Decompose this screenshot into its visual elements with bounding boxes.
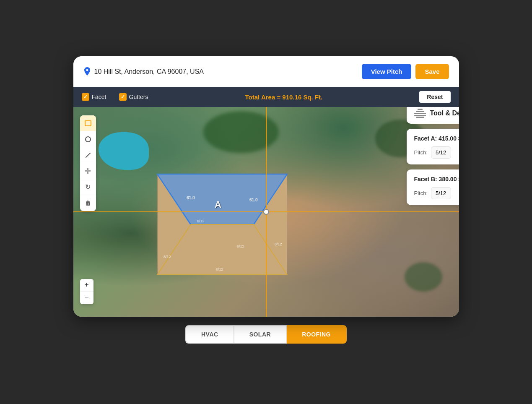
crosshair-dot xyxy=(263,209,269,215)
tool-design-card[interactable]: Tool & Design xyxy=(407,107,459,124)
tool-rectangle[interactable] xyxy=(80,115,96,131)
facet-b-pitch-label: Pitch: xyxy=(414,190,428,196)
address-row: 10 Hill St, Anderson, CA 96007, USA xyxy=(83,67,204,76)
tool-rotate[interactable]: ↻ xyxy=(80,179,96,195)
total-area-value: 910.16 Sq. Ft. xyxy=(282,94,322,101)
tool-move[interactable]: ✛ xyxy=(80,163,96,179)
tab-hvac[interactable]: HVAC xyxy=(185,325,234,344)
vegetation-3 xyxy=(405,262,442,292)
gutters-check[interactable]: ✓ Gutters xyxy=(119,93,148,101)
facet-b-pitch-select[interactable]: 4/12 5/12 6/12 7/12 8/12 xyxy=(431,187,451,199)
right-panel: Tool & Design Facet A: 415.00 Sq. Ft.z 🗑… xyxy=(407,107,459,205)
facet-a-pitch-row: Pitch: 4/12 5/12 6/12 7/12 8/12 xyxy=(414,146,459,159)
tab-roofing[interactable]: ROOFING xyxy=(287,325,347,344)
total-area: Total Area = 910.16 Sq. Ft. xyxy=(161,94,407,101)
location-icon xyxy=(83,67,91,76)
left-tools-panel: ✛ ↻ 🗑 xyxy=(80,115,96,211)
line-icon xyxy=(85,152,91,158)
svg-rect-14 xyxy=(416,117,424,118)
facet-checkbox[interactable]: ✓ xyxy=(82,93,89,101)
gutters-checkbox[interactable]: ✓ xyxy=(119,93,127,101)
zoom-in-button[interactable]: + xyxy=(80,279,93,292)
facet-a-pitch-wrapper: 4/12 5/12 6/12 7/12 8/12 xyxy=(431,146,459,159)
reset-button[interactable]: Reset xyxy=(419,91,450,103)
tool-circle[interactable] xyxy=(80,131,96,147)
address-text: 10 Hill St, Anderson, CA 96007, USA xyxy=(94,68,204,76)
trash-icon: 🗑 xyxy=(85,200,91,206)
circle-icon xyxy=(85,136,91,142)
map-area[interactable]: A 61.0 61.0 6/12 6/12 8/12 8/12 6/12 xyxy=(73,107,459,317)
header: 10 Hill St, Anderson, CA 96007, USA View… xyxy=(73,56,459,87)
facet-a-card: Facet A: 415.00 Sq. Ft.z 🗑 Pitch: 4/12 5… xyxy=(407,129,459,164)
facet-a-pitch-label: Pitch: xyxy=(414,149,428,156)
tool-design-icon xyxy=(414,109,426,118)
facet-b-header: Facet B: 380.00 Sq. Ft.z 🗑 xyxy=(414,175,459,183)
facet-b-title: Facet B: 380.00 Sq. Ft.z xyxy=(414,176,459,182)
facet-a-pitch-select[interactable]: 4/12 5/12 6/12 7/12 8/12 xyxy=(431,146,451,159)
svg-rect-12 xyxy=(418,109,423,110)
move-icon: ✛ xyxy=(85,167,91,176)
facet-b-pitch-row: Pitch: 4/12 5/12 6/12 7/12 8/12 xyxy=(414,187,459,199)
vegetation-1 xyxy=(203,111,279,153)
facet-b-pitch-wrapper: 4/12 5/12 6/12 7/12 8/12 xyxy=(431,187,459,199)
zoom-tools: + − xyxy=(80,279,93,304)
tool-delete[interactable]: 🗑 xyxy=(80,195,96,211)
tool-line[interactable] xyxy=(80,147,96,163)
facet-check[interactable]: ✓ Facet xyxy=(82,93,106,101)
toolbar-bar: ✓ Facet ✓ Gutters Total Area = 910.16 Sq… xyxy=(73,87,459,107)
bottom-tabs: HVAC SOLAR ROOFING xyxy=(73,317,459,348)
rectangle-icon xyxy=(85,120,91,126)
tab-solar[interactable]: SOLAR xyxy=(234,325,287,344)
facet-a-header: Facet A: 415.00 Sq. Ft.z 🗑 xyxy=(414,135,459,142)
facet-label: Facet xyxy=(92,94,106,100)
tool-design-label: Tool & Design xyxy=(430,109,459,117)
facet-a-title: Facet A: 415.00 Sq. Ft.z xyxy=(414,135,459,142)
svg-rect-13 xyxy=(414,115,426,116)
view-pitch-button[interactable]: View Pitch xyxy=(362,64,412,79)
facet-b-card: Facet B: 380.00 Sq. Ft.z 🗑 Pitch: 4/12 5… xyxy=(407,169,459,205)
zoom-out-button[interactable]: − xyxy=(80,292,93,304)
svg-rect-11 xyxy=(416,111,424,112)
svg-rect-10 xyxy=(414,113,426,114)
gutters-label: Gutters xyxy=(129,94,148,100)
rotate-icon: ↻ xyxy=(85,183,91,191)
save-button[interactable]: Save xyxy=(415,64,449,79)
header-buttons: View Pitch Save xyxy=(362,64,449,79)
